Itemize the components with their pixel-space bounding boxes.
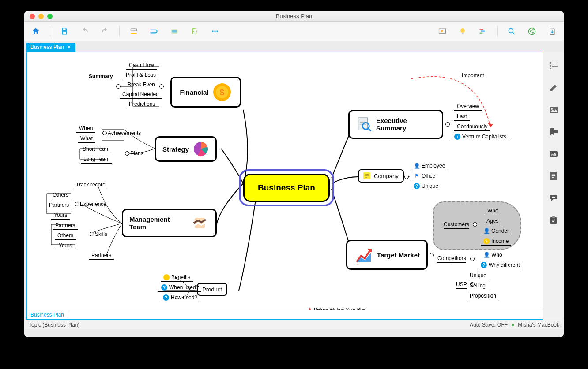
leaf[interactable]: iVenture Capitalists	[452, 133, 509, 141]
leaf[interactable]: Continuously	[454, 123, 490, 131]
brainstorm-button[interactable]	[456, 25, 469, 37]
notes-panel-icon[interactable]	[548, 171, 559, 181]
leaf[interactable]: Cash Flow	[126, 61, 157, 70]
leaf[interactable]: What	[78, 134, 95, 143]
summary-label: Summary	[89, 73, 113, 79]
svg-point-9	[216, 30, 218, 32]
node-label: Strategy	[162, 145, 189, 153]
leaf[interactable]: ?Unique	[411, 182, 441, 190]
collapse-dot[interactable]	[90, 232, 94, 236]
document-tab[interactable]: Business Plan ✕	[26, 43, 75, 52]
text-panel-icon[interactable]: Aa	[548, 149, 559, 159]
leaf[interactable]: Predictions	[126, 100, 158, 108]
leaf[interactable]: Others	[55, 231, 76, 240]
leaf[interactable]: 👤Gender	[481, 227, 512, 235]
presentation-button[interactable]	[436, 25, 449, 37]
usp-label[interactable]: USP	[456, 281, 467, 289]
search-button[interactable]	[505, 25, 518, 37]
canvas[interactable]: Business Plan Financial $ Summary Cash F…	[26, 52, 562, 320]
undo-button[interactable]	[79, 25, 91, 37]
collapse-dot[interactable]	[470, 257, 475, 261]
tab-close-icon[interactable]: ✕	[67, 44, 71, 50]
node-strategy[interactable]: Strategy	[155, 136, 217, 162]
collapse-dot[interactable]	[102, 131, 107, 135]
home-button[interactable]	[30, 25, 42, 37]
flag-icon: ⚑	[414, 173, 420, 179]
node-label: Financial	[180, 89, 208, 96]
leaf[interactable]: Unique	[467, 272, 489, 280]
leaf[interactable]: Selling	[467, 282, 488, 290]
collapse-dot[interactable]	[75, 202, 79, 206]
leaf[interactable]: When	[76, 124, 95, 133]
svg-point-7	[212, 30, 213, 32]
outline-panel-icon[interactable]	[548, 60, 559, 71]
task-panel-icon[interactable]	[548, 215, 559, 225]
leaf[interactable]: Short Team	[80, 145, 112, 153]
collapse-dot[interactable]	[116, 84, 121, 89]
relationship-button[interactable]	[148, 25, 160, 37]
leaf[interactable]: Who	[485, 207, 501, 215]
leaf[interactable]: Ages	[484, 217, 501, 225]
share-button[interactable]	[526, 25, 538, 37]
window-maximize-button[interactable]	[47, 14, 53, 19]
person-icon: 👤	[483, 252, 490, 258]
leaf[interactable]: ?When used?	[158, 283, 201, 292]
competitors-label[interactable]: Competitors	[437, 255, 466, 263]
leaf[interactable]: 👤Who	[481, 251, 505, 259]
collapse-dot[interactable]	[125, 151, 129, 156]
leaf[interactable]: Benefits	[161, 273, 193, 282]
leaf[interactable]: Last	[454, 112, 470, 121]
leaf[interactable]: Yours	[56, 242, 75, 250]
topic-button[interactable]	[128, 25, 140, 37]
leaf[interactable]: ?Why different	[478, 261, 522, 269]
export-button[interactable]	[546, 25, 558, 37]
collapse-dot[interactable]	[445, 122, 450, 127]
node-company[interactable]: Company	[358, 169, 404, 183]
leaf[interactable]: ⚑Office	[411, 172, 438, 180]
collapse-dot[interactable]	[430, 253, 434, 257]
format-panel-icon[interactable]	[548, 82, 559, 93]
svg-point-52	[553, 197, 554, 198]
leaf[interactable]: Long Team	[81, 155, 112, 164]
leaf[interactable]: Capital Needed	[120, 90, 162, 99]
leaf[interactable]: Yours	[51, 211, 70, 220]
window-close-button[interactable]	[30, 14, 35, 19]
central-label: Business Plan	[258, 183, 315, 192]
leaf[interactable]: Break Even	[125, 81, 158, 89]
customers-label[interactable]: Customers	[444, 221, 469, 229]
leaf[interactable]: $Income	[481, 237, 511, 246]
node-label: Company	[374, 173, 399, 179]
collapse-dot[interactable]	[404, 175, 409, 179]
node-executive[interactable]: Executive Summary	[348, 110, 443, 139]
node-financial[interactable]: Financial $	[170, 77, 241, 108]
save-button[interactable]	[58, 25, 71, 37]
collapse-dot[interactable]	[159, 84, 164, 89]
leaf[interactable]: Track record	[73, 181, 108, 189]
tab-label: Business Plan	[30, 44, 64, 50]
image-panel-icon[interactable]	[548, 104, 559, 115]
leaf[interactable]: Overview	[454, 102, 482, 111]
leaf[interactable]: 👤Employee	[411, 162, 448, 170]
collapse-dot[interactable]	[473, 222, 477, 227]
sheet-tab[interactable]: Business Plan	[27, 312, 68, 318]
leaf[interactable]: ?How used?	[160, 294, 200, 302]
leaf[interactable]: Partners	[89, 251, 114, 260]
central-topic[interactable]: Business Plan	[243, 174, 330, 202]
marker-panel-icon[interactable]	[548, 127, 559, 137]
leaf[interactable]: Proposition	[467, 292, 499, 300]
comments-panel-icon[interactable]	[548, 193, 559, 203]
status-device: Misha's MacBook	[518, 322, 559, 328]
node-target[interactable]: Target Market	[346, 240, 428, 270]
boundary-button[interactable]	[168, 25, 181, 37]
leaf[interactable]: Partners	[53, 221, 78, 230]
redo-button[interactable]	[99, 25, 111, 37]
summary-button[interactable]: }	[188, 25, 201, 37]
window-minimize-button[interactable]	[38, 14, 44, 19]
gantt-button[interactable]	[477, 25, 489, 37]
svg-text:$: $	[220, 88, 224, 97]
node-management[interactable]: Management Team	[122, 209, 217, 237]
leaf[interactable]: Profit & Loss	[123, 71, 158, 79]
leaf[interactable]: Others	[50, 191, 71, 199]
more-button[interactable]	[209, 25, 221, 37]
leaf[interactable]: Partners	[46, 201, 72, 209]
